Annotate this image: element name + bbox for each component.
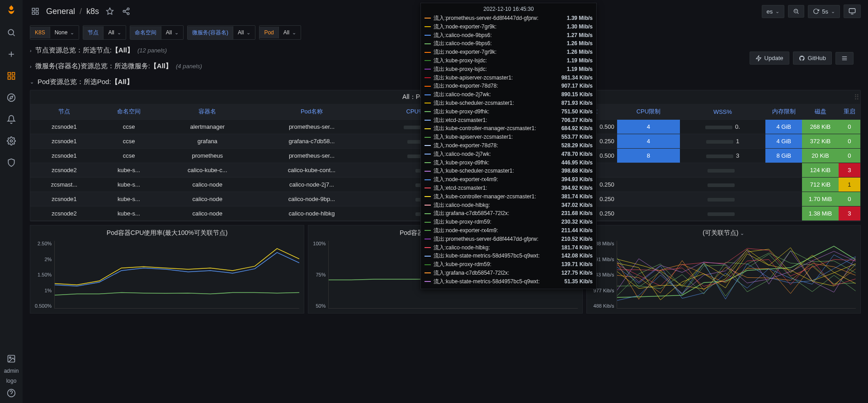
variable-value[interactable]: All ⌄	[161, 27, 183, 38]
drag-handle-icon[interactable]: ⠿	[854, 93, 859, 102]
help-icon[interactable]	[6, 388, 17, 398]
chart-plot[interactable]	[617, 241, 856, 309]
table-header[interactable]: 内存限制	[765, 104, 802, 120]
tooltip-series-row: 流出:calico-node-hlbkg:347.02 Kib/s	[425, 201, 593, 210]
tooltip-series-row: 流出:calico-node-9bps6:1.26 Mib/s	[425, 39, 593, 48]
tooltip-series-row: 流出:node-exporter-78d78:907.17 Kib/s	[425, 82, 593, 90]
tooltip-series-row: 流入:prometheus-server-6d8f4447dd-gfprw:1.…	[425, 14, 593, 23]
tooltip-series-row: 流出:node-exporter-7gr9k:1.26 Mib/s	[425, 48, 593, 56]
shield-icon[interactable]	[6, 157, 17, 168]
variable-Pod[interactable]: PodAll ⌄	[259, 25, 301, 40]
table-row[interactable]: 4 GiB372 KiB0	[765, 134, 860, 149]
panel-actions: Update GitHub	[742, 49, 861, 67]
table-header[interactable]: 重启	[839, 104, 860, 120]
breadcrumb-dashboard[interactable]: k8s	[86, 7, 99, 16]
github-button[interactable]: GitHub	[793, 52, 832, 65]
avatar-icon[interactable]	[6, 353, 17, 364]
panel-menu-button[interactable]	[835, 52, 854, 65]
update-button[interactable]: Update	[750, 52, 789, 65]
alerting-icon[interactable]	[6, 114, 17, 125]
tooltip-series-row: 流出:grafana-c7db58547-72l2x:231.68 Kib/s	[425, 209, 593, 218]
refresh-button[interactable]: 5s ⌄	[808, 5, 840, 18]
plus-icon[interactable]	[6, 49, 17, 60]
svg-line-24	[125, 9, 127, 11]
tooltip-timestamp: 2022-12-10 16:45:30	[425, 6, 593, 14]
tooltip-series-row: 流出:kube-proxy-lsjdc:1.19 Mib/s	[425, 65, 593, 74]
table-row[interactable]: 1.38 MiB3	[765, 206, 860, 221]
chevron-down-icon: ⌄	[30, 79, 34, 85]
chevron-right-icon: ›	[30, 64, 32, 69]
gear-icon[interactable]	[6, 136, 17, 146]
table-header[interactable]: CPU限制	[617, 104, 680, 120]
star-icon[interactable]	[104, 6, 115, 17]
table-row[interactable]: zcsmast...kube-s...calico-nodecalico-nod…	[30, 178, 765, 192]
table-row[interactable]: 4 GiB268 KiB0	[765, 120, 860, 134]
breadcrumb-folder[interactable]: General	[46, 7, 75, 16]
tooltip-series-row: 流出:kube-state-metrics-58d4957bc5-q9wxt:1…	[425, 252, 593, 260]
pod-table-left: 节点命名空间容器名Pod名称CPU%(最大100%)使用核数CPU需求CPU限制…	[30, 104, 765, 221]
variable-label: 节点	[83, 26, 104, 39]
table-row[interactable]: zcsnode2kube-s...calico-nodecalico-node-…	[30, 206, 765, 221]
variable-label: 微服务(容器名)	[188, 26, 233, 39]
chart-panel: (可关联节点) ⌄2.38 Mib/s1.91 Mib/s1.43 Mib/s9…	[586, 225, 861, 314]
dashboards-breadcrumb-icon[interactable]	[30, 6, 41, 17]
zoom-out-button[interactable]	[788, 5, 804, 18]
tooltip-series-row: 流入:grafana-c7db58547-72l2x:127.75 Kib/s	[425, 269, 593, 277]
variable-节点[interactable]: 节点All ⌄	[83, 25, 126, 40]
tooltip-series-row: 流出:kube-apiserver-zcsmaster1:981.34 Kib/…	[425, 74, 593, 82]
variable-value[interactable]: All ⌄	[233, 27, 255, 38]
gauge-bar	[708, 212, 735, 216]
variable-K8S[interactable]: K8SNone ⌄	[30, 25, 79, 40]
variable-微服务(容器名)[interactable]: 微服务(容器名)All ⌄	[187, 25, 255, 40]
tooltip-series-row: 流入:kube-proxy-rdm59:139.71 Kib/s	[425, 260, 593, 269]
table-row[interactable]: 124 KiB3	[765, 163, 860, 178]
table-header[interactable]: 命名空间	[98, 104, 160, 120]
table-row[interactable]: zcsnode2kube-s...calico-kube-c...calico-…	[30, 163, 765, 178]
time-range-dropdown[interactable]: es ⌄	[762, 5, 785, 18]
table-row[interactable]: zcsnode1kube-s...calico-nodecalico-node-…	[30, 192, 765, 206]
tv-mode-button[interactable]	[844, 5, 861, 18]
svg-marker-9	[10, 96, 13, 99]
tooltip-series-row: 流出:node-exporter-rx4m9:211.44 Kib/s	[425, 226, 593, 235]
table-header[interactable]: 节点	[30, 104, 98, 120]
table-header[interactable]: 容器名	[160, 104, 255, 120]
gauge-bar	[706, 155, 733, 158]
table-row[interactable]: zcsnode1ccsealertmanagerprometheus-ser..…	[30, 120, 765, 134]
svg-rect-28	[849, 9, 855, 13]
table-row[interactable]: 8 GiB20 KiB0	[765, 149, 860, 163]
chart-title[interactable]: (可关联节点) ⌄	[587, 225, 860, 241]
svg-rect-15	[32, 8, 34, 10]
table-header[interactable]: WSS%	[680, 104, 765, 120]
tooltip-series-row: 流入:calico-node-2j7wk:478.70 Kib/s	[425, 150, 593, 159]
variable-命名空间[interactable]: 命名空间All ⌄	[130, 25, 184, 40]
svg-point-21	[123, 10, 125, 13]
table-row[interactable]: zcsnode1ccsegrafanagrafana-c7db58...1.65…	[30, 134, 765, 149]
gauge-bar	[708, 198, 735, 202]
grafana-logo-icon[interactable]	[5, 4, 18, 16]
tooltip-series-row: 流出:kube-proxy-rdm59:230.32 Kib/s	[425, 218, 593, 226]
refresh-interval: 5s	[822, 8, 828, 15]
table-header[interactable]: Pod名称	[255, 104, 368, 120]
chart-title[interactable]: Pod容器CPU使用率(最大100%可关联节点)	[30, 225, 304, 241]
variable-value[interactable]: None ⌄	[50, 27, 79, 38]
table-row[interactable]: 1.70 MiB0	[765, 192, 860, 206]
search-icon[interactable]	[6, 27, 17, 38]
gauge-bar	[708, 169, 735, 173]
tooltip-series-row: 流入:node-exporter-78d78:528.29 Kib/s	[425, 141, 593, 150]
svg-point-8	[8, 94, 15, 102]
pod-table-right: 内存限制磁盘重启 4 GiB268 KiB04 GiB372 KiB08 GiB…	[765, 104, 860, 221]
share-icon[interactable]	[121, 6, 132, 17]
table-row[interactable]: 712 KiB1	[765, 178, 860, 192]
svg-line-23	[125, 12, 127, 13]
explore-icon[interactable]	[6, 92, 17, 103]
variable-value[interactable]: All ⌄	[104, 27, 125, 38]
svg-point-12	[9, 357, 11, 358]
logo-label: logo	[6, 378, 17, 384]
table-row[interactable]: zcsnode1ccseprometheusprometheus-ser...1…	[30, 149, 765, 163]
chart-plot[interactable]	[54, 241, 299, 309]
variable-value[interactable]: All ⌄	[279, 27, 301, 38]
table-header[interactable]: 磁盘	[802, 104, 838, 120]
dashboards-icon[interactable]	[6, 70, 17, 81]
y-axis: 100%75%50%	[313, 241, 328, 309]
gauge-bar	[706, 140, 733, 144]
